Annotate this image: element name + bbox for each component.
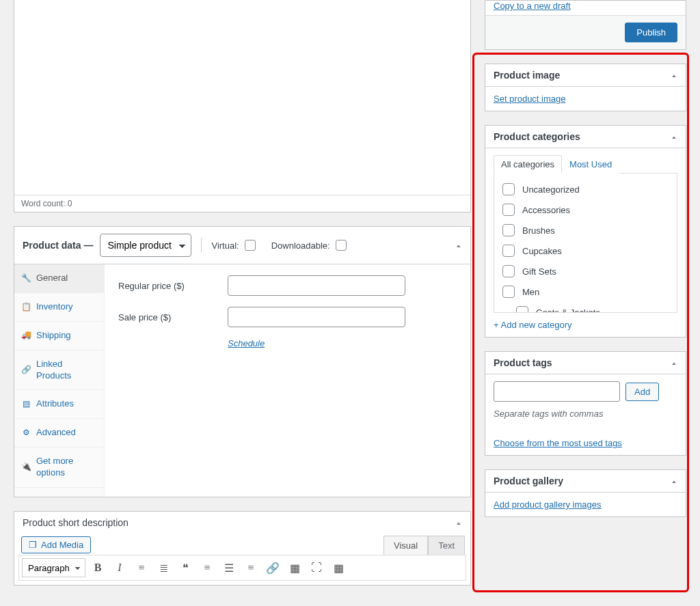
- cat-checkbox[interactable]: [516, 306, 528, 313]
- add-new-category-link[interactable]: + Add new category: [494, 320, 572, 330]
- collapse-icon[interactable]: ▲: [455, 243, 462, 248]
- virtual-label[interactable]: Virtual:: [211, 238, 257, 253]
- italic-button[interactable]: I: [110, 558, 129, 577]
- cat-checkbox[interactable]: [502, 245, 515, 257]
- copy-draft-link[interactable]: Copy to a new draft: [494, 1, 571, 11]
- clipboard-icon: 📋: [21, 302, 31, 313]
- ol-button[interactable]: ≣: [154, 558, 173, 577]
- quote-button[interactable]: ❝: [176, 558, 195, 577]
- cat-checkbox[interactable]: [502, 286, 515, 298]
- sale-price-input[interactable]: [228, 307, 405, 327]
- editor-toolbar: Paragraph B I ≡ ≣ ❝ ≡ ☰ ≡ 🔗 ▦ ⛶ ▦: [18, 555, 466, 581]
- schedule-link[interactable]: Schedule: [228, 338, 265, 348]
- align-left-button[interactable]: ≡: [198, 558, 217, 577]
- add-tag-button[interactable]: Add: [625, 383, 659, 401]
- sale-price-label: Sale price ($): [118, 312, 228, 322]
- collapse-icon[interactable]: ▲: [671, 479, 677, 484]
- cat-checkbox[interactable]: [502, 204, 515, 216]
- tab-advanced[interactable]: ⚙Advanced: [14, 419, 104, 447]
- tab-attributes[interactable]: ▤Attributes: [14, 390, 104, 419]
- editor-body[interactable]: [14, 0, 470, 195]
- format-select[interactable]: Paragraph: [22, 558, 85, 577]
- publish-panel: Copy to a new draft Publish: [485, 0, 686, 50]
- fullscreen-button[interactable]: ⛶: [307, 558, 326, 577]
- gear-icon: ⚙: [21, 428, 31, 439]
- tag-input[interactable]: [494, 381, 620, 402]
- set-product-image-link[interactable]: Set product image: [494, 94, 566, 104]
- collapse-icon[interactable]: ▲: [455, 521, 462, 525]
- product-data-panel: Product data — Simple product Virtual: D…: [14, 226, 471, 497]
- media-icon: ❐: [29, 540, 37, 550]
- link-icon: 🔗: [21, 365, 31, 376]
- list-icon: ▤: [21, 399, 31, 410]
- short-description-panel: Product short description ▲ ❐ Add Media …: [14, 511, 471, 586]
- cat-checkbox[interactable]: [502, 183, 515, 195]
- product-data-content: Regular price ($) Sale price ($) Schedul…: [105, 264, 470, 497]
- product-categories-title: Product categories: [494, 131, 580, 142]
- publish-button[interactable]: Publish: [625, 23, 677, 42]
- short-desc-title: Product short description: [23, 517, 129, 528]
- ul-button[interactable]: ≡: [132, 558, 151, 577]
- tag-hint: Separate tags with commas: [494, 409, 677, 419]
- collapse-icon[interactable]: ▲: [671, 73, 677, 78]
- regular-price-label: Regular price ($): [118, 281, 228, 291]
- cat-item-brushes[interactable]: Brushes: [500, 220, 671, 240]
- truck-icon: 🚚: [21, 330, 31, 341]
- product-data-title: Product data —: [23, 240, 93, 251]
- cat-item-gift-sets[interactable]: Gift Sets: [500, 261, 671, 281]
- product-categories-panel: Product categories ▲ All categories Most…: [485, 125, 686, 338]
- tab-visual[interactable]: Visual: [383, 536, 428, 555]
- toolbar-toggle-button[interactable]: ▦: [329, 558, 348, 577]
- bold-button[interactable]: B: [88, 558, 107, 577]
- tab-shipping[interactable]: 🚚Shipping: [14, 322, 104, 350]
- tab-all-categories[interactable]: All categories: [494, 155, 562, 174]
- plug-icon: 🔌: [21, 462, 31, 473]
- divider: [201, 238, 202, 253]
- tab-more[interactable]: 🔌Get more options: [14, 447, 104, 488]
- downloadable-checkbox[interactable]: [336, 240, 347, 251]
- cat-item-accessories[interactable]: Accessories: [500, 199, 671, 220]
- category-list[interactable]: Uncategorized Accessories Brushes Cupcak…: [494, 173, 677, 313]
- product-image-title: Product image: [494, 70, 560, 81]
- tab-most-used[interactable]: Most Used: [562, 155, 619, 174]
- insert-button[interactable]: ▦: [285, 558, 304, 577]
- product-data-tabs: 🔧General 📋Inventory 🚚Shipping 🔗Linked Pr…: [14, 264, 105, 497]
- cat-checkbox[interactable]: [502, 224, 515, 236]
- align-right-button[interactable]: ≡: [241, 558, 260, 577]
- collapse-icon[interactable]: ▲: [671, 135, 677, 139]
- cat-item-cupcakes[interactable]: Cupcakes: [500, 240, 671, 261]
- word-count: Word count: 0: [14, 195, 470, 212]
- collapse-icon[interactable]: ▲: [671, 361, 677, 366]
- downloadable-label[interactable]: Downloadable:: [271, 238, 349, 253]
- cat-item-uncategorized[interactable]: Uncategorized: [500, 179, 671, 199]
- choose-tags-link[interactable]: Choose from the most used tags: [494, 438, 622, 448]
- virtual-checkbox[interactable]: [245, 240, 256, 251]
- wrench-icon: 🔧: [21, 273, 31, 284]
- regular-price-input[interactable]: [228, 275, 405, 296]
- add-gallery-link[interactable]: Add product gallery images: [494, 499, 602, 510]
- product-image-panel: Product image ▲ Set product image: [485, 64, 686, 111]
- tab-linked[interactable]: 🔗Linked Products: [14, 350, 104, 391]
- cat-item-coats[interactable]: Coats & Jackets: [500, 302, 671, 313]
- tab-text[interactable]: Text: [428, 536, 465, 555]
- product-type-select[interactable]: Simple product: [100, 234, 191, 257]
- product-gallery-panel: Product gallery ▲ Add product gallery im…: [485, 469, 686, 517]
- tab-inventory[interactable]: 📋Inventory: [14, 293, 104, 322]
- product-tags-panel: Product tags ▲ Add Separate tags with co…: [485, 351, 686, 456]
- align-center-button[interactable]: ☰: [219, 558, 239, 577]
- cat-item-men[interactable]: Men: [500, 281, 671, 302]
- content-editor: Word count: 0: [14, 0, 471, 212]
- cat-checkbox[interactable]: [502, 265, 515, 277]
- link-button[interactable]: 🔗: [263, 558, 282, 577]
- tab-general[interactable]: 🔧General: [14, 264, 104, 293]
- add-media-button[interactable]: ❐ Add Media: [21, 536, 91, 553]
- product-tags-title: Product tags: [494, 357, 552, 368]
- product-gallery-title: Product gallery: [494, 476, 563, 486]
